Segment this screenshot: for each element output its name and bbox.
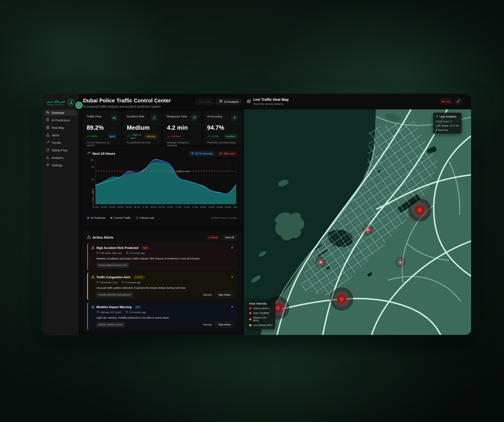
svg-text:0: 0: [93, 203, 94, 206]
svg-text:06 AM: 06 AM: [233, 206, 237, 208]
traffic-forecast-chart: 107906030001 PM02 PM03 PM04 PM05 PM06 PM…: [87, 158, 237, 211]
stat-card-traffic-flow: Traffic Flow 89.2% ↗+12% good Current ef…: [83, 111, 121, 145]
activity-icon: [46, 111, 49, 115]
status-badge: warning: [144, 134, 157, 139]
map-subtitle: Real-time density analysis: [253, 103, 289, 105]
sidebar-item-label: Safety Prep: [52, 149, 67, 152]
svg-text:90: 90: [91, 166, 94, 168]
svg-text:04 AM: 04 AM: [217, 206, 223, 208]
trending-up-icon: [46, 141, 49, 145]
police-emblem-icon: [67, 98, 75, 107]
heat-point[interactable]: [395, 257, 406, 268]
zap-icon: [231, 114, 238, 121]
chart-title: Next 24 Hours: [87, 152, 115, 156]
close-icon[interactable]: [231, 275, 234, 279]
suggested-action-tag: Deploy additional patrol units: [96, 263, 129, 268]
alert-triangle-icon: [91, 246, 95, 250]
live-dot-icon: [443, 101, 444, 102]
live-analysis-overlay: Live Analysis Active Zones: 3 Last Updat…: [433, 113, 462, 134]
sidebar-item-settings[interactable]: Settings: [44, 162, 77, 168]
sidebar-item-risk-map[interactable]: Risk Map: [44, 125, 77, 131]
svg-text:60: 60: [91, 178, 94, 181]
svg-text:09 PM: 09 PM: [159, 206, 165, 208]
dubai-police-logo: شرطة دبي DUBAI POLICE: [42, 97, 79, 108]
car-icon: [110, 114, 118, 121]
header-actions: Live Data AI Analysis: [195, 99, 242, 105]
svg-text:08 PM: 08 PM: [150, 206, 156, 208]
clock-icon: [126, 252, 128, 255]
dismiss-button[interactable]: Dismiss: [201, 292, 214, 297]
status-badge: good: [107, 134, 117, 139]
shield-icon: [46, 148, 49, 153]
sidebar-collapse-button[interactable]: [76, 102, 82, 109]
svg-text:11 PM: 11 PM: [175, 206, 181, 208]
sidebar-item-safety-prep[interactable]: Safety Prep: [44, 147, 77, 153]
suggested-action-tag: Activate alternate route guidance: [96, 292, 133, 297]
clock-icon: [191, 114, 198, 121]
expand-map-button[interactable]: [455, 98, 462, 105]
stat-delta: ↘-0.8 min: [167, 135, 180, 138]
svg-text:02 PM: 02 PM: [101, 206, 107, 208]
sidebar-item-overview[interactable]: Overview: [44, 110, 77, 116]
dismiss-button[interactable]: Dismiss: [201, 322, 214, 327]
dashboard-panel: Dubai Police Traffic Control Center AI-p…: [79, 94, 244, 335]
heat-point[interactable]: [362, 224, 373, 235]
sidebar-item-trends[interactable]: Trends: [44, 140, 77, 146]
y-axis-label: Traffic Load %: [92, 188, 95, 203]
desktop-backdrop: شرطة دبي DUBAI POLICE Overview AI: [0, 0, 504, 422]
status-badge: excellent: [224, 134, 238, 139]
heat-intensity-legend: Heat Intensity Critical (90%+) High (70-…: [247, 300, 275, 329]
take-action-button[interactable]: Take Action: [215, 292, 234, 298]
city-map: [244, 110, 471, 335]
brain-icon: [46, 118, 49, 122]
active-alerts-card: Active Alerts 1 Critical View All High A…: [83, 231, 241, 331]
sidebar: شرطة دبي DUBAI POLICE Overview AI: [42, 94, 79, 335]
heat-point[interactable]: [408, 198, 431, 221]
trending-up-icon: [87, 152, 90, 156]
svg-text:05 PM: 05 PM: [126, 206, 132, 208]
sidebar-item-ai-predictions[interactable]: AI Predictions: [44, 117, 77, 123]
green-dot-icon: [436, 129, 437, 131]
map-header: Live Traffic Heat Map Real-time density …: [244, 94, 471, 110]
realtime-status: Real-time: [436, 129, 459, 132]
page-title: Dubai Police Traffic Control Center: [83, 98, 171, 104]
svg-text:Critical Load: Critical Load: [176, 170, 190, 173]
severity-badge: high: [141, 246, 149, 250]
map-pin-icon: [96, 252, 99, 255]
sidebar-item-label: Analytics: [52, 156, 64, 160]
svg-text:01 PM: 01 PM: [93, 206, 99, 208]
chevron-left-icon: [78, 104, 80, 107]
suggested-action-tag: Monitor visibility sensors: [96, 322, 125, 327]
svg-text:02 AM: 02 AM: [200, 206, 206, 208]
critical-count-badge: 1 Critical: [206, 235, 220, 240]
view-all-button[interactable]: View All: [222, 235, 237, 240]
svg-text:12 AM: 12 AM: [184, 206, 190, 208]
sidebar-item-analytics[interactable]: Analytics: [44, 155, 77, 161]
stat-card-ai-accuracy: AI Accuracy 94.7% ↗+1.2% excellent Predi…: [204, 111, 241, 145]
stat-card-response-time: Response Time 4.2 min ↘-0.8 min Average …: [163, 111, 201, 145]
stat-card-accident-risk: Accident Risk Medium ↗↑ High in 2hrs war…: [123, 111, 161, 145]
alerts-title: Active Alerts: [87, 235, 113, 240]
heat-point[interactable]: [315, 257, 326, 268]
gear-icon: [46, 163, 49, 167]
take-action-button[interactable]: Take Action: [215, 322, 234, 327]
stat-delta: ↗↑ High in 2hrs: [127, 133, 144, 140]
close-icon[interactable]: [231, 246, 234, 250]
live-data-button[interactable]: Live Data: [195, 99, 214, 105]
heat-point[interactable]: [330, 287, 353, 311]
close-icon[interactable]: [231, 305, 234, 309]
sidebar-item-label: Risk Map: [52, 126, 64, 130]
sidebar-item-label: Settings: [52, 164, 62, 167]
maximize-icon: [457, 100, 460, 103]
heat-map-panel: Live Traffic Heat Map Real-time density …: [244, 94, 471, 335]
logo-english-text: DUBAI POLICE: [48, 104, 64, 106]
map-canvas[interactable]: Live Analysis Active Zones: 3 Last Updat…: [244, 110, 471, 335]
forecast-chart-card: Next 24 Hours 94.7% Accurate 38% Load Tr…: [83, 148, 241, 225]
chart-legend: AI Prediction Current Traffic Critical L…: [87, 214, 237, 220]
active-zones-text: Active Zones: 3: [436, 120, 459, 123]
sidebar-item-label: AI Predictions: [52, 119, 70, 122]
brain-icon: [219, 100, 223, 104]
sidebar-item-alerts[interactable]: Alerts: [44, 132, 77, 138]
ai-analysis-button[interactable]: AI Analysis: [216, 99, 242, 105]
severity-badge: low: [134, 305, 142, 309]
